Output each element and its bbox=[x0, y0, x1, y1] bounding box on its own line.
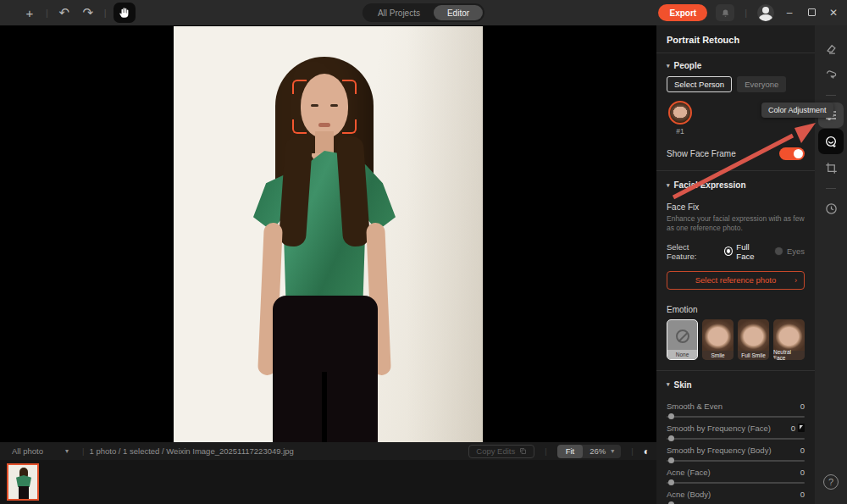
slider-track[interactable] bbox=[667, 438, 805, 440]
export-button[interactable]: Export bbox=[658, 4, 707, 21]
right-tool-rail: ? bbox=[815, 25, 847, 504]
select-reference-photo-button[interactable]: Select reference photo › bbox=[667, 271, 805, 290]
fit-button[interactable]: Fit bbox=[557, 445, 584, 458]
collapse-triangle-icon: ▾ bbox=[667, 182, 670, 189]
toolbar-divider: | bbox=[102, 8, 108, 18]
photo-filter-dropdown[interactable]: All photo ▾ bbox=[0, 446, 77, 456]
people-section-header[interactable]: ▾ People bbox=[656, 53, 815, 76]
none-slash-icon bbox=[676, 330, 689, 343]
photo-thumbnail-selected[interactable] bbox=[7, 463, 39, 501]
emotion-option-label: Smile bbox=[702, 351, 734, 360]
slider-value: 0 bbox=[800, 468, 805, 477]
thumb-top bbox=[16, 475, 31, 487]
select-person-button[interactable]: Select Person bbox=[667, 76, 732, 92]
hand-tool-button[interactable] bbox=[113, 3, 136, 23]
canvas-area[interactable]: All photo ▾ | 1 photo / 1 selected / Wei… bbox=[0, 25, 656, 504]
slider-label: Acne (Face) bbox=[667, 468, 711, 477]
face-frame-overlay[interactable] bbox=[292, 80, 357, 134]
help-button[interactable]: ? bbox=[823, 474, 839, 490]
tool-divider bbox=[826, 95, 836, 96]
slider-track[interactable] bbox=[667, 482, 805, 484]
minimize-button[interactable]: – bbox=[783, 7, 796, 19]
filmstrip bbox=[0, 460, 656, 504]
titlebar: + | ↶ ↷ | All Projects Editor Export | bbox=[0, 0, 847, 25]
chevron-right-icon: › bbox=[794, 276, 797, 285]
slider-acne-face: Acne (Face) 0 bbox=[656, 462, 815, 484]
selection-info: 1 photo / 1 selected / Weixin Image_2025… bbox=[89, 446, 293, 456]
toolbar-divider: | bbox=[44, 8, 50, 18]
section-divider bbox=[656, 170, 815, 171]
emotion-label: Emotion bbox=[656, 293, 815, 319]
before-after-compare-icon[interactable]: ◐ bbox=[644, 446, 650, 457]
everyone-button[interactable]: Everyone bbox=[737, 76, 786, 92]
face-number-label: #1 bbox=[676, 127, 684, 136]
face-fix-description: Enhance your facial expression with as f… bbox=[656, 214, 815, 234]
history-button[interactable] bbox=[818, 196, 844, 221]
slider-smooth-frequency-face: Smooth by Frequency (Face) 0 bbox=[656, 418, 815, 440]
clock-icon bbox=[825, 202, 838, 215]
subject-pants bbox=[273, 296, 378, 442]
slider-acne-body: Acne (Body) 0 bbox=[656, 484, 815, 504]
people-header-label: People bbox=[674, 61, 702, 70]
portrait-retouch-tool-button[interactable] bbox=[818, 129, 844, 154]
notification-button[interactable] bbox=[716, 4, 734, 21]
emotion-option-none[interactable]: None bbox=[667, 319, 698, 360]
select-feature-label: Select Feature: bbox=[667, 242, 717, 261]
mouse-cursor bbox=[798, 424, 805, 432]
tab-editor[interactable]: Editor bbox=[434, 5, 483, 20]
maximize-button[interactable] bbox=[805, 7, 818, 19]
tool-divider bbox=[826, 188, 836, 189]
app-window: + | ↶ ↷ | All Projects Editor Export | bbox=[0, 0, 847, 504]
detected-face-chip[interactable]: #1 bbox=[667, 101, 694, 136]
skin-section-header[interactable]: ▾ Skin bbox=[656, 373, 815, 396]
emotion-option-label: None bbox=[667, 350, 697, 359]
crop-tool-button[interactable] bbox=[818, 155, 844, 180]
panel-title: Portrait Retouch bbox=[656, 25, 815, 53]
photo-filter-label: All photo bbox=[12, 446, 43, 456]
patch-tool-button[interactable] bbox=[818, 62, 844, 87]
portrait-retouch-icon bbox=[824, 135, 838, 148]
zoom-level-dropdown[interactable]: 26% ▾ bbox=[583, 446, 621, 456]
bell-icon bbox=[721, 8, 730, 18]
zoom-level-value: 26% bbox=[590, 446, 606, 456]
emotion-option-neutral-face[interactable]: Neutral Face bbox=[773, 319, 805, 360]
crop-icon bbox=[825, 162, 838, 174]
redo-button[interactable]: ↷ bbox=[79, 3, 97, 22]
radio-full-face[interactable]: Full Face bbox=[725, 242, 767, 261]
slider-label: Smooth by Frequency (Face) bbox=[667, 424, 771, 433]
slider-track[interactable] bbox=[667, 416, 805, 418]
emotion-option-smile[interactable]: Smile bbox=[702, 319, 734, 360]
radio-unselected-icon bbox=[775, 247, 783, 255]
statusbar: All photo ▾ | 1 photo / 1 selected / Wei… bbox=[0, 442, 656, 460]
slider-smooth-frequency-body: Smooth by Frequency (Body) 0 bbox=[656, 440, 815, 462]
collapse-triangle-icon: ▾ bbox=[667, 381, 670, 388]
section-divider bbox=[656, 370, 815, 371]
undo-button[interactable]: ↶ bbox=[55, 3, 74, 22]
collapse-triangle-icon: ▾ bbox=[667, 63, 670, 69]
skin-header-label: Skin bbox=[674, 380, 692, 390]
emotion-option-full-smile[interactable]: Full Smile bbox=[738, 319, 769, 360]
photo-preview[interactable] bbox=[174, 26, 483, 442]
color-adjustment-tooltip: Color Adjustment bbox=[761, 102, 833, 118]
chevron-down-icon: ▾ bbox=[65, 447, 69, 455]
copy-edits-label: Copy Edits bbox=[476, 446, 515, 456]
emotion-option-label: Neutral Face bbox=[773, 351, 805, 360]
user-avatar[interactable] bbox=[757, 4, 774, 21]
copy-edits-button[interactable]: Copy Edits bbox=[468, 445, 534, 458]
show-face-frame-toggle[interactable] bbox=[779, 147, 805, 160]
eraser-tool-button[interactable] bbox=[818, 36, 844, 61]
facial-expression-section-header[interactable]: ▾ Facial Expression bbox=[656, 173, 815, 196]
slider-value: 0 bbox=[800, 490, 805, 499]
close-button[interactable]: ✕ bbox=[827, 7, 840, 19]
add-photo-button[interactable]: + bbox=[20, 3, 39, 22]
copy-icon bbox=[519, 447, 527, 455]
slider-track[interactable] bbox=[667, 460, 805, 462]
face-frame-corner bbox=[342, 119, 357, 134]
emotion-option-label: Full Smile bbox=[738, 351, 769, 360]
radio-eyes[interactable]: Eyes bbox=[775, 246, 805, 256]
tab-all-projects[interactable]: All Projects bbox=[364, 5, 434, 20]
hand-icon bbox=[119, 7, 130, 19]
thumb-pants bbox=[19, 486, 29, 501]
face-frame-corner bbox=[292, 119, 307, 134]
toolbar-divider: | bbox=[743, 8, 749, 18]
